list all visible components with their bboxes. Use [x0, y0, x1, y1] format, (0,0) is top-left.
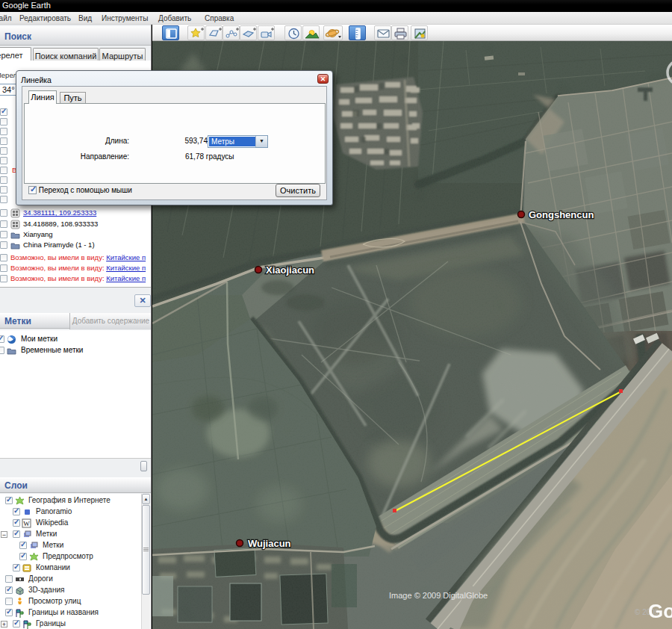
- svg-text:Xiaojiacun: Xiaojiacun: [266, 264, 314, 276]
- svg-text:W: W: [23, 520, 30, 527]
- svg-text:Image © 2009 DigitalGlobe: Image © 2009 DigitalGlobe: [389, 591, 488, 600]
- svg-text:Gongshencun: Gongshencun: [529, 209, 594, 220]
- svg-text:Wujiacun: Wujiacun: [248, 538, 291, 549]
- svg-text:Google: Google: [648, 600, 672, 622]
